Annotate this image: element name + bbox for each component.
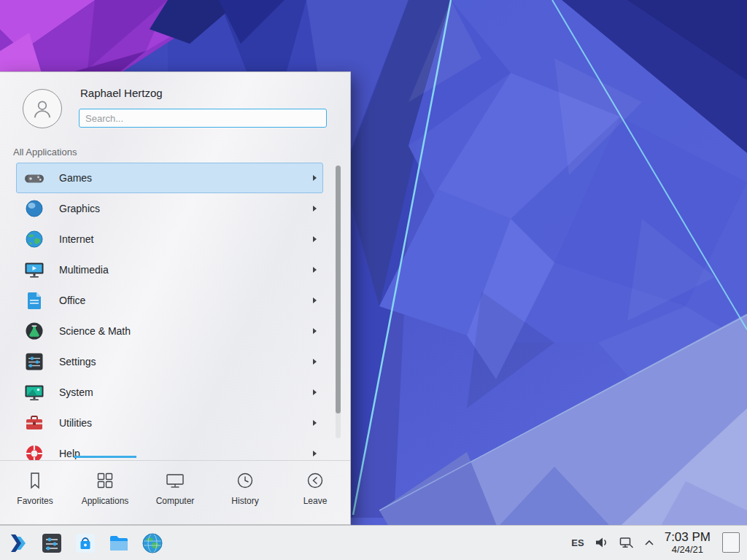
submenu-arrow-icon (313, 267, 317, 273)
category-label: Settings (59, 356, 96, 368)
category-label: Multimedia (59, 264, 109, 276)
submenu-arrow-icon (313, 175, 317, 181)
kde-launcher-icon (7, 532, 30, 555)
tab-leave[interactable]: Leave (280, 461, 350, 524)
category-graphics[interactable]: Graphics (16, 193, 323, 224)
file-manager-button[interactable] (107, 531, 131, 556)
category-internet[interactable]: Internet (16, 224, 323, 254)
category-games[interactable]: Games (16, 163, 323, 193)
tab-label: Applications (82, 496, 129, 506)
clock-date: 4/24/21 (665, 545, 711, 556)
category-help[interactable]: Help (16, 438, 323, 460)
taskbar-left (0, 531, 165, 556)
expand-caret-icon[interactable] (644, 540, 654, 546)
system-settings-icon (40, 532, 63, 555)
tab-favorites[interactable]: Favorites (0, 461, 70, 524)
web-browser-button[interactable] (140, 531, 165, 556)
keyboard-layout-indicator[interactable]: ES (571, 537, 584, 548)
desktop: Raphael Hertzog All Applications Games (0, 0, 747, 560)
discover-button[interactable] (73, 531, 98, 556)
volume-icon[interactable] (595, 536, 609, 549)
scrollbar-thumb[interactable] (336, 166, 341, 413)
help-lifebuoy-icon (24, 443, 44, 460)
discover-icon (74, 532, 97, 555)
network-icon[interactable] (619, 536, 634, 549)
category-utilities[interactable]: Utilities (16, 408, 323, 438)
show-desktop-button[interactable] (722, 532, 740, 553)
user-name: Raphael Hertzog (80, 87, 163, 99)
active-tab-indicator (74, 456, 136, 458)
tab-applications[interactable]: Applications (70, 461, 140, 524)
section-label: All Applications (13, 147, 77, 158)
category-label: Internet (59, 233, 93, 245)
graphics-sphere-icon (24, 198, 44, 219)
category-label: Office (59, 295, 85, 306)
tab-label: Computer (156, 496, 195, 506)
app-launcher-button[interactable] (6, 531, 31, 556)
gamepad-icon (24, 168, 44, 188)
search-input[interactable] (79, 109, 327, 128)
submenu-arrow-icon (313, 298, 317, 303)
tab-history[interactable]: History (210, 461, 280, 524)
tab-label: History (231, 496, 258, 506)
user-icon (31, 97, 54, 120)
tab-computer[interactable]: Computer (140, 461, 210, 524)
browser-globe-icon (141, 532, 164, 555)
category-label: System (59, 386, 93, 398)
application-launcher: Raphael Hertzog All Applications Games (0, 71, 351, 525)
submenu-arrow-icon (313, 206, 317, 211)
globe-icon (24, 229, 44, 249)
multimedia-monitor-icon (24, 260, 44, 280)
submenu-arrow-icon (313, 236, 317, 242)
submenu-arrow-icon (313, 451, 317, 456)
computer-icon (165, 470, 185, 491)
applications-grid-icon (95, 470, 115, 491)
folder-icon (107, 532, 131, 555)
taskbar: ES 7:03 (0, 525, 747, 560)
category-label: Graphics (59, 203, 100, 214)
science-flask-icon (24, 321, 44, 341)
category-list: Games Graphics (0, 163, 350, 460)
avatar[interactable] (23, 89, 62, 128)
category-settings[interactable]: Settings (16, 346, 323, 377)
tab-label: Leave (303, 496, 328, 506)
system-settings-button[interactable] (39, 531, 64, 556)
scrollbar[interactable] (336, 166, 341, 438)
launcher-footer: Favorites Applications Computer (0, 460, 350, 524)
history-clock-icon (235, 470, 255, 491)
submenu-arrow-icon (313, 420, 317, 426)
tab-label: Favorites (17, 496, 53, 506)
submenu-arrow-icon (313, 359, 317, 365)
system-tray: ES 7:03 (571, 530, 747, 555)
category-office[interactable]: Office (16, 285, 323, 316)
category-multimedia[interactable]: Multimedia (16, 254, 323, 285)
submenu-arrow-icon (313, 389, 317, 395)
clock-time: 7:03 PM (665, 530, 711, 545)
digital-clock[interactable]: 7:03 PM 4/24/21 (665, 530, 711, 555)
leave-icon (305, 470, 325, 491)
category-label: Games (59, 172, 92, 184)
utilities-toolbox-icon (24, 413, 44, 433)
category-label: Science & Math (59, 325, 131, 337)
category-label: Utilities (59, 417, 92, 429)
category-system[interactable]: System (16, 377, 323, 408)
bookmark-icon (25, 470, 45, 491)
system-monitor-icon (24, 382, 44, 402)
office-document-icon (24, 290, 44, 311)
category-science-math[interactable]: Science & Math (16, 316, 323, 346)
submenu-arrow-icon (313, 328, 317, 334)
settings-sliders-icon (24, 351, 44, 372)
